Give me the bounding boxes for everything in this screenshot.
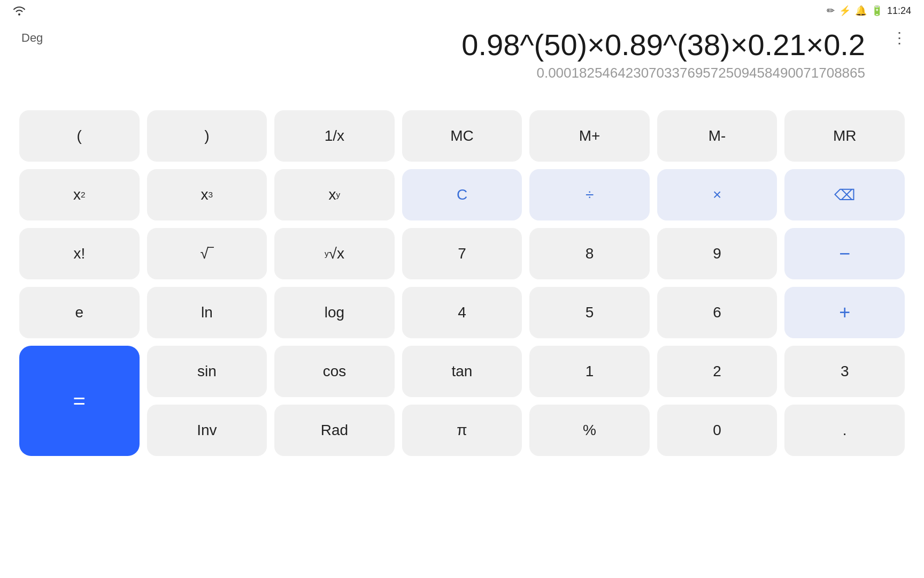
menu-button[interactable]: ⋮	[892, 29, 908, 47]
eight-button[interactable]: 8	[529, 228, 650, 279]
backspace-button[interactable]: ⌫	[784, 169, 905, 220]
wifi-icon	[13, 6, 26, 16]
nine-button[interactable]: 9	[657, 228, 777, 279]
zero-button[interactable]: 0	[657, 405, 777, 456]
status-bar: ✏ ⚡ 🔔 🔋 11:24	[0, 0, 924, 21]
signal-icon: ✏	[827, 5, 835, 17]
status-left	[13, 6, 26, 16]
open-paren-button[interactable]: (	[19, 110, 140, 162]
time-display: 11:24	[887, 5, 911, 17]
divide-button[interactable]: ÷	[529, 169, 650, 220]
bluetooth-icon: ⚡	[839, 5, 851, 17]
dot-button[interactable]: .	[784, 405, 905, 456]
six-button[interactable]: 6	[657, 287, 777, 338]
x-squared-button[interactable]: x2	[19, 169, 140, 220]
mminus-button[interactable]: M-	[657, 110, 777, 162]
clear-button[interactable]: C	[402, 169, 522, 220]
two-button[interactable]: 2	[657, 346, 777, 397]
cos-button[interactable]: cos	[274, 346, 395, 397]
one-button[interactable]: 1	[529, 346, 650, 397]
deg-label: Deg	[21, 31, 43, 45]
calculator-grid: ( ) 1/x MC M+ M- MR x2 x3 xy C ÷ × ⌫ x! …	[0, 97, 924, 472]
x-cubed-button[interactable]: x3	[147, 169, 267, 220]
mute-icon: 🔔	[855, 5, 867, 17]
factorial-button[interactable]: x!	[19, 228, 140, 279]
mc-button[interactable]: MC	[402, 110, 522, 162]
display-area: Deg 0.98^(50)×0.89^(38)×0.21×0.2 0.00018…	[0, 21, 924, 87]
minus-button[interactable]: −	[784, 228, 905, 279]
mr-button[interactable]: MR	[784, 110, 905, 162]
expression-display: 0.98^(50)×0.89^(38)×0.21×0.2	[21, 27, 881, 63]
tan-button[interactable]: tan	[402, 346, 522, 397]
four-button[interactable]: 4	[402, 287, 522, 338]
plus-button[interactable]: +	[784, 287, 905, 338]
equals-button[interactable]: =	[19, 346, 140, 456]
rad-button[interactable]: Rad	[274, 405, 395, 456]
sqrt-button[interactable]: √‾	[147, 228, 267, 279]
euler-button[interactable]: e	[19, 287, 140, 338]
nth-root-button[interactable]: y√x	[274, 228, 395, 279]
inv-button[interactable]: Inv	[147, 405, 267, 456]
pi-button[interactable]: π	[402, 405, 522, 456]
three-button[interactable]: 3	[784, 346, 905, 397]
percent-button[interactable]: %	[529, 405, 650, 456]
sin-button[interactable]: sin	[147, 346, 267, 397]
seven-button[interactable]: 7	[402, 228, 522, 279]
mplus-button[interactable]: M+	[529, 110, 650, 162]
status-right: ✏ ⚡ 🔔 🔋 11:24	[827, 5, 911, 17]
ln-button[interactable]: ln	[147, 287, 267, 338]
close-paren-button[interactable]: )	[147, 110, 267, 162]
inverse-button[interactable]: 1/x	[274, 110, 395, 162]
five-button[interactable]: 5	[529, 287, 650, 338]
x-power-y-button[interactable]: xy	[274, 169, 395, 220]
log-button[interactable]: log	[274, 287, 395, 338]
multiply-button[interactable]: ×	[657, 169, 777, 220]
result-display: 0.00018254642307033769572509458490071708…	[21, 65, 881, 81]
battery-icon: 🔋	[871, 5, 883, 17]
